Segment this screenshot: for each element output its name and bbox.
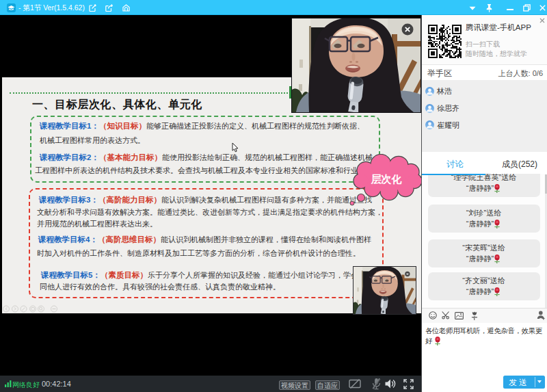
svg-text:层次化: 层次化 xyxy=(371,173,403,185)
